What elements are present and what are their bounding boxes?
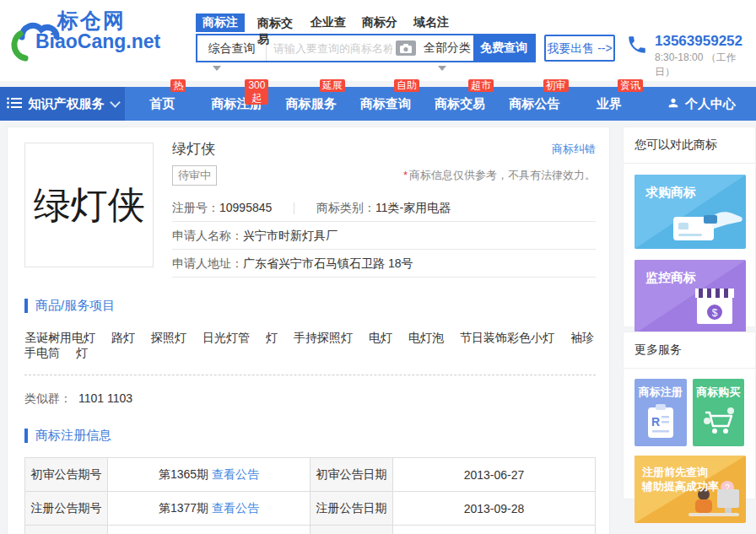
monitor-trademark-card[interactable]: 监控商标 $ xyxy=(634,260,746,334)
nav-item-trademark-trade[interactable]: 商标交易超市 xyxy=(423,87,497,121)
trademark-name: 绿灯侠 xyxy=(172,139,215,159)
main-nav: 知识产权服务 首页热 商标注册300起 商标服务延展 商标查询自助 商标交易超市… xyxy=(0,87,756,121)
sidebar-actions-panel: 您可以对此商标 求购商标 监控商标 xyxy=(623,127,756,327)
sell-trademark-button[interactable]: 我要出售 --> xyxy=(544,35,615,62)
tab-trademark-reg[interactable]: 商标注 xyxy=(196,13,245,32)
contact-phone: 13563959252 8:30-18:00 （工作日） xyxy=(626,34,756,79)
cell-label: 商标类型 xyxy=(310,526,392,534)
sidebar-more-title: 更多服务 xyxy=(624,343,755,369)
status-badge: 待审中 xyxy=(172,165,217,186)
category-caret-icon xyxy=(213,66,221,71)
nav-item-trademark-search[interactable]: 商标查询自助 xyxy=(348,87,423,121)
applicant-address: 广东省兴宁市石马镇石卫路 18号 xyxy=(243,256,413,270)
vertical-divider xyxy=(294,202,294,214)
goods-item: 电灯 xyxy=(369,331,392,344)
camera-icon[interactable] xyxy=(396,40,416,56)
sidebar-more-panel: 更多服务 商标注册 R 商标购买 xyxy=(623,332,756,499)
cell-value: 2013-09-28 xyxy=(393,492,596,526)
cloud-logo-icon xyxy=(10,12,69,67)
similar-group-codes: 1101 1103 xyxy=(78,391,132,405)
trademark-correction-link[interactable]: 商标纠错 xyxy=(552,142,596,157)
table-row: 初审公告期号 第1365期查看公告 初审公告日期 2013-06-27 xyxy=(25,458,596,492)
goods-item: 圣诞树用电灯 xyxy=(24,331,95,344)
cell-value: 2013-06-27 xyxy=(393,458,596,492)
goods-item: 路灯 xyxy=(111,331,135,344)
goods-list: 圣诞树用电灯路灯探照灯日光灯管灯手持探照灯电灯电灯泡节日装饰彩色小灯袖珍手电筒灯 xyxy=(24,331,596,361)
tab-company-search[interactable]: 企业查 xyxy=(309,13,348,32)
free-search-button[interactable]: 免费查询 xyxy=(473,35,534,61)
badge-selfservice: 自助 xyxy=(394,79,419,92)
header: 标仓网 BiaoCang.net 商标注 商标交易 企业查 商标分 域名注 综合… xyxy=(0,0,756,81)
goods-section-title: 商品/服务项目 xyxy=(35,298,115,314)
person-icon xyxy=(667,96,680,112)
search-bar: 综合查询 全部分类 免费查询 xyxy=(196,34,536,62)
registration-section-header: 商标注册信息 xyxy=(24,428,596,444)
tab-domain-reg[interactable]: 域名注 xyxy=(412,13,451,32)
cell-label: 注册公告日期 xyxy=(310,492,392,526)
phone-number: 13563959252 xyxy=(655,34,756,49)
storefront-illustration-icon: $ xyxy=(687,285,742,332)
address-row: 申请人地址：广东省兴宁市石马镇石卫路 18号 xyxy=(172,250,596,278)
badge-market: 超市 xyxy=(468,79,494,92)
svg-text:$: $ xyxy=(712,307,718,319)
page: 标仓网 BiaoCang.net 商标注 商标交易 企业查 商标分 域名注 综合… xyxy=(0,0,756,534)
table-row: 专营权期限 2013-09-28 至 2023-09-27 商标类型 普通 xyxy=(25,526,596,534)
class-caret-icon xyxy=(438,66,446,71)
ip-services-label: 知识产权服务 xyxy=(29,96,105,112)
similar-group-row: 类似群：1101 1103 xyxy=(24,389,596,407)
tab-trademark-class[interactable]: 商标分 xyxy=(360,13,399,32)
table-row: 注册公告期号 第1377期查看公告 注册公告日期 2013-09-28 xyxy=(25,492,596,526)
badge-price: 300起 xyxy=(245,79,268,105)
user-center-link[interactable]: 个人中心 xyxy=(646,87,756,121)
goods-item: 探照灯 xyxy=(151,331,186,344)
cell-value: 2013-09-28 至 2023-09-27 xyxy=(108,526,310,534)
ip-services-menu[interactable]: 知识产权服务 xyxy=(0,87,125,121)
section-bar xyxy=(24,429,28,443)
nav-item-trademark-registration[interactable]: 商标注册300起 xyxy=(199,87,273,121)
trademark-class: 11类-家用电器 xyxy=(375,201,451,214)
cell-label: 初审公告日期 xyxy=(310,458,392,492)
cell-value: 普通 xyxy=(393,526,596,534)
goods-item: 日光灯管 xyxy=(202,331,250,344)
trademark-purchase-card[interactable]: 商标购买 xyxy=(693,379,745,446)
trademark-register-card[interactable]: 商标注册 R xyxy=(634,379,687,446)
trademark-image: 绿灯侠 xyxy=(24,143,154,267)
site-logo[interactable]: 标仓网 BiaoCang.net xyxy=(10,10,160,51)
phone-hours: 8:30-18:00 （工作日） xyxy=(655,51,756,79)
goods-section-header: 商品/服务项目 xyxy=(24,298,596,314)
clipboard-illustration-icon: R xyxy=(642,429,679,444)
nav-item-home[interactable]: 首页热 xyxy=(125,87,199,121)
cell-label: 注册公告期号 xyxy=(25,492,108,526)
goods-item: 灯 xyxy=(76,346,88,359)
reg-number-row: 注册号：10995845 商标类别：11类-家用电器 xyxy=(172,194,596,222)
cart-illustration-icon xyxy=(699,429,737,444)
nav-items: 首页热 商标注册300起 商标服务延展 商标查询自助 商标交易超市 商标公告初审… xyxy=(125,87,646,121)
badge-hot: 热 xyxy=(170,79,186,92)
trademark-detail-panel: 绿灯侠 绿灯侠 商标纠错 待审中 *商标信息仅供参考，不具有法律效力。 注册号：… xyxy=(7,127,610,534)
applicant-name: 兴宁市时新灯具厂 xyxy=(243,229,338,242)
svg-text:R: R xyxy=(651,415,660,429)
pre-register-search-promo-card[interactable]: 注册前先查询 辅助提高成功率 ? xyxy=(634,456,746,523)
search-category-dropdown[interactable]: 综合查询 xyxy=(197,35,267,61)
reg-number: 10995845 xyxy=(219,201,272,214)
view-gazette-link[interactable]: 查看公告 xyxy=(212,501,259,515)
tab-trademark-trade[interactable]: 商标交易 xyxy=(257,13,296,49)
class-filter-dropdown[interactable]: 全部分类 xyxy=(421,40,473,56)
buy-trademark-card[interactable]: 求购商标 xyxy=(634,175,746,249)
nav-item-industry[interactable]: 业界资讯 xyxy=(572,87,646,121)
goods-item: 电灯泡 xyxy=(408,331,444,344)
chevron-down-icon xyxy=(110,97,121,108)
hamburger-icon xyxy=(7,97,22,111)
registration-table: 初审公告期号 第1365期查看公告 初审公告日期 2013-06-27 注册公告… xyxy=(24,457,596,534)
cell-label: 初审公告期号 xyxy=(25,458,108,492)
logo-text-cn: 标仓网 xyxy=(57,10,160,32)
badge-extend: 延展 xyxy=(320,79,345,92)
badge-preliminary: 初审 xyxy=(543,79,569,92)
badge-news: 资讯 xyxy=(618,79,643,92)
goods-item: 节日装饰彩色小灯 xyxy=(460,331,554,344)
nav-item-trademark-gazette[interactable]: 商标公告初审 xyxy=(497,87,571,121)
view-gazette-link[interactable]: 查看公告 xyxy=(212,467,259,481)
applicant-row: 申请人名称：兴宁市时新灯具厂 xyxy=(172,222,596,250)
nav-item-trademark-services[interactable]: 商标服务延展 xyxy=(274,87,348,121)
hand-card-illustration-icon xyxy=(670,207,742,247)
